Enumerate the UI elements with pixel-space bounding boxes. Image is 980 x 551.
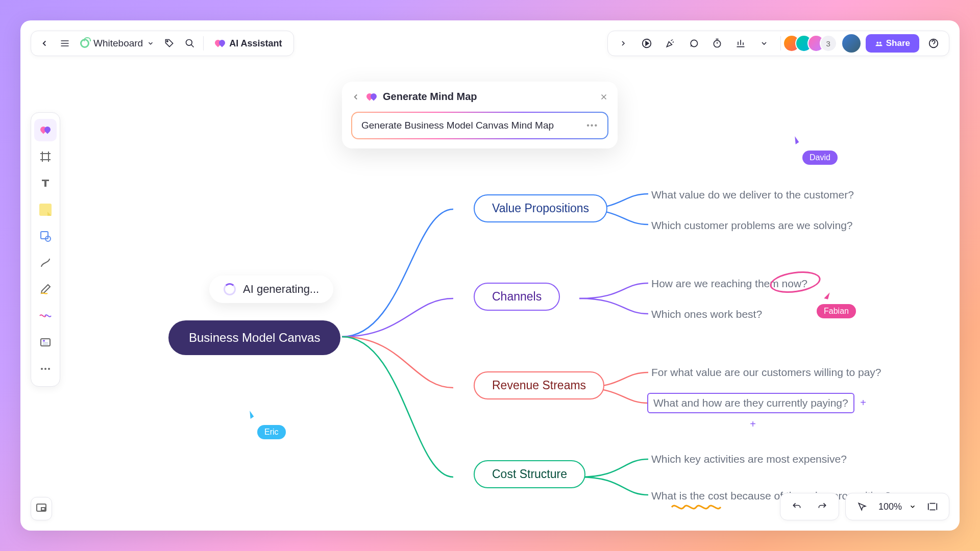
leaf-revenue-1[interactable]: For what value are our customers willing… <box>651 366 881 379</box>
mode-label: Whiteboard <box>93 38 143 49</box>
view-controls: 100% <box>845 493 949 520</box>
ai-prompt-text: Generate Business Model Canvas Mind Map <box>361 120 554 131</box>
cloud-sync-icon <box>80 39 89 48</box>
svg-rect-7 <box>41 232 48 239</box>
svg-point-1 <box>186 40 192 46</box>
share-label: Share <box>886 38 910 48</box>
ai-logo-icon <box>366 92 377 102</box>
svg-point-0 <box>167 41 168 42</box>
generating-badge: AI generating... <box>209 276 333 303</box>
tool-shape[interactable] <box>34 225 57 247</box>
help-button[interactable] <box>924 34 943 53</box>
search-button[interactable] <box>181 34 199 53</box>
svg-point-5 <box>879 42 881 44</box>
expand-right-icon[interactable] <box>614 34 632 53</box>
branch-value-propositions[interactable]: Value Propositions <box>474 194 607 222</box>
cursor-fabian: Fabian <box>817 304 856 318</box>
ai-generate-panel: Generate Mind Map Generate Business Mode… <box>342 82 618 148</box>
spinner-icon <box>224 283 236 295</box>
ai-assistant-button[interactable]: AI Assistant <box>208 34 289 53</box>
svg-point-11 <box>44 368 46 370</box>
menu-button[interactable] <box>56 34 74 53</box>
tool-text[interactable] <box>34 172 57 194</box>
minimap-toggle[interactable] <box>31 497 52 520</box>
tool-card[interactable] <box>34 331 57 354</box>
more-toolbar-button[interactable] <box>755 34 773 53</box>
ai-prompt-input[interactable]: Generate Business Model Canvas Mind Map … <box>351 112 608 139</box>
annotation-squiggle <box>671 503 727 511</box>
svg-point-10 <box>41 368 43 370</box>
back-button[interactable] <box>35 34 54 53</box>
svg-point-12 <box>48 368 50 370</box>
ai-assistant-label: AI Assistant <box>229 38 282 49</box>
branch-cost-structure[interactable]: Cost Structure <box>474 460 585 488</box>
tool-mindmap[interactable] <box>34 305 57 327</box>
tag-button[interactable] <box>160 34 179 53</box>
leaf-value-2[interactable]: Which customer problems are we solving? <box>651 219 853 232</box>
pointer-button[interactable] <box>853 497 871 516</box>
mindmap-root-node[interactable]: Business Model Canvas <box>168 320 340 355</box>
share-button[interactable]: Share <box>866 34 919 53</box>
history-controls <box>780 493 839 520</box>
leaf-revenue-2-selected[interactable]: What and how are they currently paying? <box>647 393 854 413</box>
tool-more[interactable] <box>34 358 57 380</box>
zoom-level[interactable]: 100% <box>878 502 902 512</box>
cursor-david-arrow <box>792 136 799 144</box>
cursor-fabian-arrow <box>824 291 829 299</box>
current-user-avatar[interactable] <box>842 34 861 53</box>
tool-ai[interactable] <box>34 119 57 141</box>
leaf-channels-2[interactable]: Which ones work best? <box>651 308 762 320</box>
loading-dots-icon: ••• <box>586 121 598 130</box>
topbar-right: 3 Share <box>607 31 949 56</box>
cursor-david: David <box>802 151 838 165</box>
mode-selector[interactable]: Whiteboard <box>76 38 158 49</box>
share-icon <box>875 39 883 47</box>
ai-logo-icon <box>40 126 51 135</box>
add-sibling-button[interactable]: + <box>856 396 870 409</box>
chevron-down-icon <box>147 40 154 47</box>
tool-pen[interactable] <box>34 278 57 300</box>
leaf-value-1[interactable]: What value do we deliver to the customer… <box>651 189 854 201</box>
cursor-eric: Eric <box>257 425 286 439</box>
branch-revenue-streams[interactable]: Revenue Streams <box>474 371 604 399</box>
panel-back-icon[interactable] <box>351 92 360 102</box>
generating-label: AI generating... <box>243 283 319 296</box>
annotation-circle <box>769 268 822 296</box>
svg-point-4 <box>876 42 878 44</box>
panel-title: Generate Mind Map <box>383 91 593 103</box>
comment-button[interactable] <box>684 34 703 53</box>
avatar-overflow-count[interactable]: 3 <box>820 35 837 52</box>
close-icon[interactable] <box>599 92 608 102</box>
tool-frame[interactable] <box>34 145 57 168</box>
add-child-button[interactable]: + <box>746 417 760 431</box>
chart-button[interactable] <box>731 34 750 53</box>
celebrate-button[interactable] <box>661 34 679 53</box>
leaf-cost-1[interactable]: Which key activities are most expensive? <box>651 453 847 465</box>
tool-panel <box>31 112 60 387</box>
play-button[interactable] <box>638 34 656 53</box>
branch-channels[interactable]: Channels <box>474 283 560 311</box>
tool-sticky[interactable] <box>34 198 57 221</box>
timer-button[interactable] <box>708 34 726 53</box>
ai-logo-icon <box>215 39 225 48</box>
cursor-eric-arrow <box>247 411 254 419</box>
collaborator-avatars[interactable]: 3 <box>788 35 837 52</box>
redo-button[interactable] <box>813 497 831 516</box>
undo-button[interactable] <box>788 497 806 516</box>
tool-connector[interactable] <box>34 252 57 274</box>
sticky-note-icon <box>39 204 52 216</box>
fit-view-button[interactable] <box>923 497 942 516</box>
topbar-left: Whiteboard AI Assistant <box>31 31 294 56</box>
chevron-down-icon[interactable] <box>909 503 916 510</box>
svg-rect-14 <box>41 508 45 510</box>
